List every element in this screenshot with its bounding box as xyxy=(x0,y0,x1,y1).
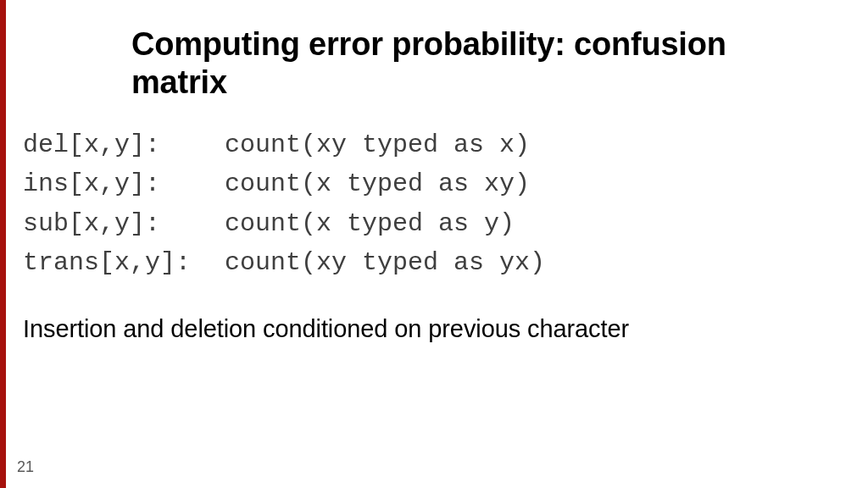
definition-row: sub[x,y]: count(x typed as y) xyxy=(23,204,843,244)
definition-desc: count(xy typed as yx) xyxy=(225,243,545,283)
definition-desc: count(x typed as xy) xyxy=(225,164,530,204)
definitions-block: del[x,y]: count(xy typed as x) ins[x,y]:… xyxy=(23,125,843,283)
definition-label: del[x,y]: xyxy=(23,125,225,165)
definition-label: ins[x,y]: xyxy=(23,164,225,204)
slide-title: Computing error probability: confusion m… xyxy=(131,25,775,102)
accent-bar xyxy=(0,0,6,488)
definition-desc: count(x typed as y) xyxy=(225,204,515,244)
slide-body: Computing error probability: confusion m… xyxy=(6,0,868,488)
definition-row: del[x,y]: count(xy typed as x) xyxy=(23,125,843,165)
page-number: 21 xyxy=(17,458,34,476)
definition-row: ins[x,y]: count(x typed as xy) xyxy=(23,164,843,204)
footnote-text: Insertion and deletion conditioned on pr… xyxy=(23,315,843,343)
definition-row: trans[x,y]: count(xy typed as yx) xyxy=(23,243,843,283)
definition-label: trans[x,y]: xyxy=(23,243,225,283)
definition-label: sub[x,y]: xyxy=(23,204,225,244)
definition-desc: count(xy typed as x) xyxy=(225,125,530,165)
